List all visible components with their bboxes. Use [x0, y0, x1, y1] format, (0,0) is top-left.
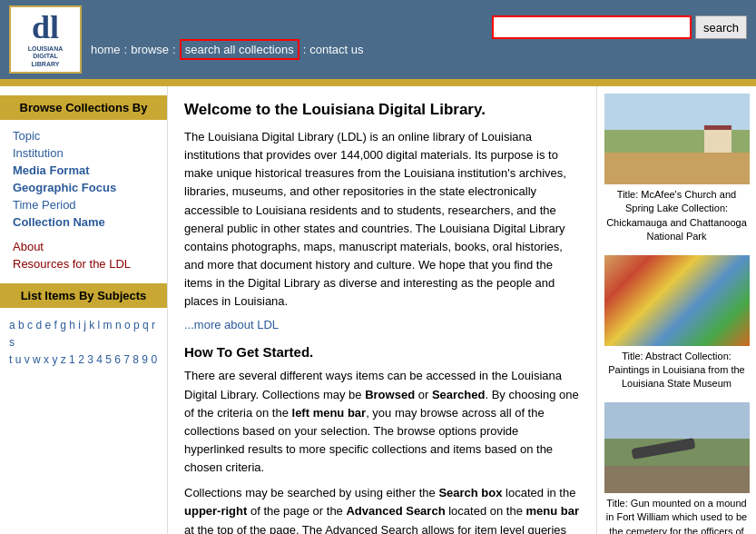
- yellow-bar: [0, 79, 756, 86]
- alpha-t[interactable]: t: [9, 353, 12, 366]
- image-caption-1: Title: McAfee's Church and Spring Lake C…: [603, 188, 751, 244]
- nav-links: home : browse : search all collections :…: [91, 39, 747, 64]
- alpha-9[interactable]: 9: [142, 353, 148, 366]
- alpha-3[interactable]: 3: [87, 353, 93, 366]
- alpha-o[interactable]: o: [124, 319, 131, 331]
- main-layout: Browse Collections By Topic Institution …: [0, 86, 756, 534]
- alpha-b[interactable]: b: [18, 319, 25, 331]
- subjects-title: List Items By Subjects: [0, 283, 167, 308]
- alpha-c[interactable]: c: [27, 319, 33, 331]
- alpha-j[interactable]: j: [83, 319, 86, 331]
- image-cannon: [604, 402, 750, 493]
- alpha-s[interactable]: s: [9, 336, 15, 349]
- left-menu-bold: left menu bar: [292, 406, 367, 420]
- alpha-row-2: t u v w x y z 1 2 3 4 5 6 7 8 9 0: [9, 351, 158, 369]
- image-card-3: Title: Gun mounted on a mound in Fort Wi…: [603, 402, 751, 534]
- sidebar-item-geographic-focus[interactable]: Geographic Focus: [0, 179, 167, 196]
- alpha-w[interactable]: w: [33, 353, 41, 366]
- image-card-1: Title: McAfee's Church and Spring Lake C…: [603, 94, 751, 244]
- alpha-v[interactable]: v: [25, 353, 30, 366]
- sidebar-item-resources[interactable]: Resources for the LDL: [0, 255, 167, 272]
- image-caption-2: Title: Abstract Collection: Paintings in…: [603, 350, 751, 391]
- browsed-bold: Browsed: [365, 388, 415, 401]
- search-box-bold: Search box: [438, 486, 502, 499]
- sidebar: Browse Collections By Topic Institution …: [0, 86, 168, 534]
- alpha-h[interactable]: h: [69, 319, 75, 331]
- alpha-u[interactable]: u: [15, 353, 22, 366]
- advanced-search-bold: Advanced Search: [346, 504, 445, 518]
- logo-letter: dl: [32, 11, 59, 44]
- intro-paragraph: The Louisiana Digital Library (LDL) is a…: [184, 128, 580, 311]
- alpha-a[interactable]: a: [9, 319, 15, 331]
- sidebar-item-institution[interactable]: Institution: [0, 144, 167, 162]
- search-all-collections-link[interactable]: search all collections: [180, 39, 299, 60]
- sidebar-item-topic[interactable]: Topic: [0, 127, 167, 144]
- alpha-r[interactable]: r: [152, 319, 155, 331]
- alpha-q[interactable]: q: [142, 319, 149, 331]
- sidebar-item-time-period[interactable]: Time Period: [0, 196, 167, 213]
- main-content: Welcome to the Louisiana Digital Library…: [168, 86, 597, 534]
- logo-text: LOUISIANA digital LIBRARY: [28, 45, 64, 68]
- home-link[interactable]: home: [91, 43, 121, 56]
- alpha-e[interactable]: e: [44, 319, 51, 331]
- alpha-x[interactable]: x: [44, 353, 49, 366]
- sidebar-divider: [0, 231, 167, 238]
- alpha-links: a b c d e f g h i j k l m n o p q r s t …: [0, 313, 167, 373]
- header: dl LOUISIANA digital LIBRARY search home…: [0, 0, 756, 79]
- search-input[interactable]: [492, 15, 692, 39]
- alpha-f[interactable]: f: [54, 319, 56, 331]
- how-to-title: How To Get Started.: [184, 344, 580, 360]
- browse-link[interactable]: browse: [131, 43, 169, 56]
- sidebar-item-collection-name[interactable]: Collection Name: [0, 213, 167, 231]
- alpha-d[interactable]: d: [35, 319, 42, 331]
- alpha-2[interactable]: 2: [78, 353, 84, 366]
- alpha-g[interactable]: g: [60, 319, 66, 331]
- alpha-p[interactable]: p: [133, 319, 140, 331]
- alpha-i[interactable]: i: [78, 319, 81, 331]
- browse-collections-title: Browse Collections By: [0, 95, 167, 120]
- alpha-m[interactable]: m: [103, 319, 113, 331]
- how-to-paragraph-2: Collections may be searched by using eit…: [184, 484, 580, 534]
- image-caption-3: Title: Gun mounted on a mound in Fort Wi…: [603, 497, 751, 534]
- page-title: Welcome to the Louisiana Digital Library…: [184, 101, 580, 119]
- alpha-0[interactable]: 0: [151, 353, 157, 366]
- how-to-paragraph-1: There are several different ways items c…: [184, 367, 580, 477]
- image-abstract: [604, 255, 750, 346]
- search-button[interactable]: search: [695, 15, 747, 39]
- alpha-7[interactable]: 7: [123, 353, 130, 366]
- right-panel: Title: McAfee's Church and Spring Lake C…: [597, 86, 756, 534]
- alpha-4[interactable]: 4: [96, 353, 103, 366]
- nav-area: search home : browse : search all collec…: [91, 15, 747, 64]
- sidebar-item-media-format[interactable]: Media Format: [0, 162, 167, 179]
- alpha-8[interactable]: 8: [133, 353, 139, 366]
- alpha-n[interactable]: n: [115, 319, 122, 331]
- search-area: search: [91, 15, 747, 39]
- image-farm: [604, 94, 750, 184]
- alpha-y[interactable]: y: [52, 353, 57, 366]
- alpha-6[interactable]: 6: [114, 353, 121, 366]
- sidebar-item-about[interactable]: About: [0, 238, 167, 255]
- alpha-k[interactable]: k: [89, 319, 94, 331]
- image-card-2: Title: Abstract Collection: Paintings in…: [603, 255, 751, 391]
- alpha-l[interactable]: l: [98, 319, 101, 331]
- more-about-ldl-link[interactable]: ...more about LDL: [184, 318, 580, 331]
- menu-bar-bold: menu bar: [525, 504, 579, 518]
- contact-link[interactable]: contact us: [309, 43, 363, 56]
- upper-right-bold: upper-right: [184, 504, 247, 518]
- alpha-5[interactable]: 5: [105, 353, 112, 366]
- logo: dl LOUISIANA digital LIBRARY: [9, 5, 82, 74]
- searched-bold: Searched: [432, 388, 486, 401]
- alpha-row-1: a b c d e f g h i j k l m n o p q r s: [9, 317, 158, 351]
- alpha-z[interactable]: z: [61, 353, 66, 366]
- alpha-1[interactable]: 1: [69, 353, 75, 366]
